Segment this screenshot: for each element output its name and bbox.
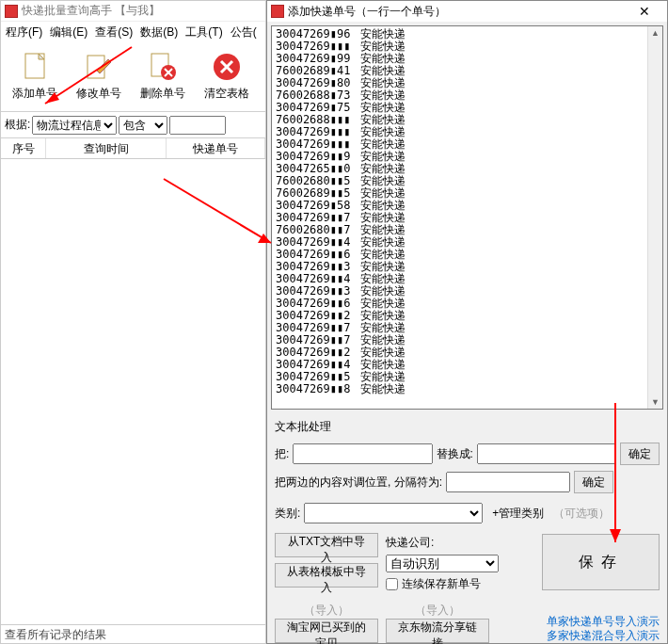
- document-pencil-icon: [84, 52, 114, 82]
- status-bar: 查看所有记录的结果: [1, 624, 265, 643]
- company-select[interactable]: 自动识别: [386, 555, 499, 572]
- swap-ok-button[interactable]: 确定: [574, 471, 613, 493]
- swap-label: 把两边的内容对调位置, 分隔符为:: [275, 475, 442, 491]
- menu-tools[interactable]: 工具(T): [183, 23, 225, 42]
- filter-label: 根据:: [5, 117, 30, 133]
- taobao-import-button[interactable]: 淘宝网已买到的宝贝: [275, 619, 378, 643]
- add-tracking-dialog: 添加快递单号（一行一个单号） ✕ 30047269▮96安能快递30047269…: [266, 0, 668, 644]
- tracking-list-textarea[interactable]: 30047269▮96安能快递30047269▮▮▮安能快递30047269▮9…: [271, 25, 663, 410]
- filter-value-input[interactable]: [169, 116, 226, 135]
- import-template-button[interactable]: 从表格模板中导入: [275, 563, 378, 588]
- demo-link-multi[interactable]: 多家快递混合导入演示: [547, 629, 660, 643]
- table-body: [1, 159, 265, 624]
- company-label: 快递公司:: [386, 535, 434, 551]
- col-seq[interactable]: 序号: [1, 138, 46, 158]
- main-window: 快递批量查询高手 【与我】 程序(F) 编辑(E) 查看(S) 数据(B) 工具…: [0, 0, 266, 644]
- app-icon: [271, 5, 284, 18]
- manage-category-link[interactable]: +管理类别: [492, 506, 544, 522]
- menu-notice[interactable]: 公告(: [228, 23, 260, 42]
- replace-to-input[interactable]: [477, 443, 616, 464]
- category-select[interactable]: [304, 503, 483, 523]
- app-icon: [5, 5, 18, 18]
- replace-to-label: 替换成:: [437, 446, 473, 462]
- filter-op-select[interactable]: 包含: [119, 116, 167, 135]
- bottom-panel: 文本批处理 把: 替换成: 确定 把两边的内容对调位置, 分隔符为: 确定 类别…: [267, 413, 667, 643]
- category-label: 类别:: [275, 506, 300, 522]
- menu-edit[interactable]: 编辑(E): [47, 23, 90, 42]
- demo-link-single[interactable]: 单家快递单号导入演示: [547, 615, 660, 629]
- optional-hint: （可选项）: [553, 506, 610, 522]
- import-hint-2: （导入）: [415, 603, 460, 619]
- scrollbar-vertical[interactable]: [647, 26, 662, 409]
- dialog-title: 添加快递单号（一行一个单号）: [288, 4, 622, 20]
- filter-row: 根据: 物流过程信息 包含: [1, 112, 265, 138]
- filter-field-select[interactable]: 物流过程信息: [32, 116, 117, 135]
- document-plus-icon: [20, 52, 50, 82]
- menu-view[interactable]: 查看(S): [92, 23, 135, 42]
- replace-ok-button[interactable]: 确定: [620, 443, 660, 465]
- import-txt-button[interactable]: 从TXT文档中导入: [275, 533, 378, 557]
- main-title-bar: 快递批量查询高手 【与我】: [1, 1, 265, 22]
- jd-import-button[interactable]: 京东物流分享链接: [386, 619, 489, 643]
- toolbar: 添加单号 修改单号 删除单号 清空表格: [1, 42, 265, 112]
- menu-data[interactable]: 数据(B): [137, 23, 181, 42]
- main-title: 快递批量查询高手 【与我】: [22, 3, 160, 19]
- batch-label: 文本批处理: [275, 417, 660, 437]
- menu-bar: 程序(F) 编辑(E) 查看(S) 数据(B) 工具(T) 公告(: [1, 22, 265, 42]
- clear-table-button[interactable]: 清空表格: [195, 47, 259, 107]
- col-tno[interactable]: 快递单号: [167, 138, 265, 158]
- cont-save-checkbox[interactable]: [386, 578, 398, 590]
- close-icon[interactable]: ✕: [626, 4, 663, 19]
- replace-from-input[interactable]: [293, 443, 432, 464]
- table-header: 序号 查询时间 快递单号: [1, 138, 265, 159]
- list-item[interactable]: 30047269▮▮8安能快递: [276, 383, 644, 395]
- save-button[interactable]: 保存: [542, 534, 660, 590]
- del-no-button[interactable]: 删除单号: [131, 47, 195, 107]
- replace-from-label: 把:: [275, 446, 289, 462]
- cont-save-checkbox-label[interactable]: 连续保存新单号: [386, 576, 499, 592]
- add-no-button[interactable]: 添加单号: [3, 47, 67, 107]
- swap-delim-input[interactable]: [446, 472, 570, 492]
- edit-no-button[interactable]: 修改单号: [67, 47, 131, 107]
- col-qtime[interactable]: 查询时间: [46, 138, 167, 158]
- red-x-icon: [212, 52, 242, 82]
- menu-program[interactable]: 程序(F): [3, 23, 45, 42]
- document-x-icon: [148, 52, 178, 82]
- dialog-title-bar: 添加快递单号（一行一个单号） ✕: [267, 1, 667, 22]
- import-hint-1: （导入）: [304, 603, 349, 619]
